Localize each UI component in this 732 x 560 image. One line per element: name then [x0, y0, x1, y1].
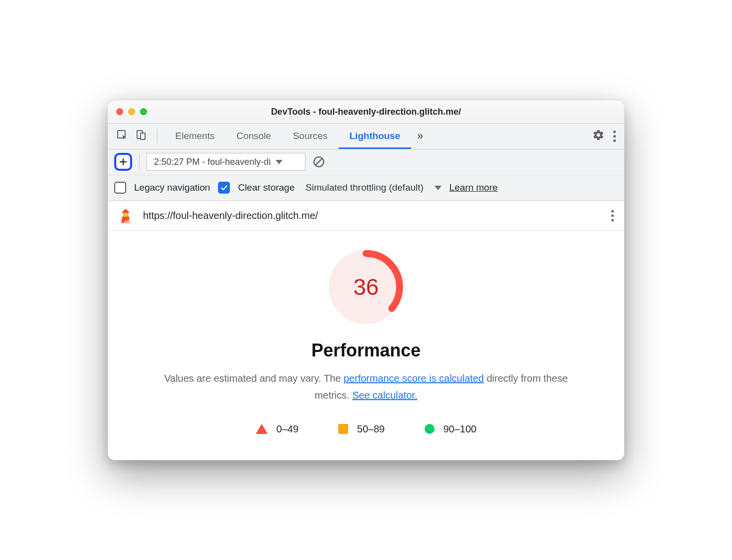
more-tabs-icon[interactable]: »	[417, 130, 423, 142]
close-window-button[interactable]	[116, 108, 123, 115]
legend-bad: 0–49	[256, 423, 299, 435]
zoom-window-button[interactable]	[140, 108, 147, 115]
svg-rect-2	[141, 133, 145, 140]
clear-report-icon[interactable]	[312, 155, 325, 168]
tab-lighthouse[interactable]: Lighthouse	[339, 124, 411, 149]
lighthouse-report: 36 Performance Values are estimated and …	[108, 231, 624, 460]
lighthouse-settings-bar: Legacy navigation Clear storage Simulate…	[108, 175, 624, 201]
title-bar: DevTools - foul-heavenly-direction.glitc…	[108, 101, 624, 124]
see-calculator-link[interactable]: See calculator.	[352, 390, 417, 401]
clear-storage-label: Clear storage	[238, 182, 294, 193]
performance-score-gauge: 36	[329, 250, 403, 324]
new-report-button[interactable]	[114, 153, 132, 171]
settings-icon[interactable]	[592, 129, 604, 143]
report-url-row: https://foul-heavenly-direction.glitch.m…	[108, 201, 624, 231]
tab-sources[interactable]: Sources	[282, 124, 339, 149]
svg-line-6	[316, 159, 322, 165]
legend-good: 90–100	[425, 423, 477, 435]
devtools-tab-bar: Elements Console Sources Lighthouse »	[108, 124, 624, 149]
score-legend: 0–49 50–89 90–100	[256, 423, 477, 435]
performance-heading: Performance	[311, 340, 421, 361]
desc-text-1: Values are estimated and may vary. The	[164, 373, 344, 384]
circle-green-icon	[425, 424, 435, 434]
devtools-window: DevTools - foul-heavenly-direction.glitc…	[108, 100, 624, 460]
performance-description: Values are estimated and may vary. The p…	[162, 370, 570, 404]
performance-score-calc-link[interactable]: performance score is calculated	[344, 373, 484, 384]
performance-score-value: 36	[353, 274, 378, 300]
svg-rect-7	[123, 213, 128, 216]
separator	[157, 129, 157, 143]
lighthouse-logo-icon	[118, 207, 133, 224]
kebab-menu-icon[interactable]	[613, 131, 616, 142]
window-title: DevTools - foul-heavenly-direction.glitc…	[108, 107, 624, 117]
legacy-navigation-label: Legacy navigation	[134, 182, 210, 193]
minimize-window-button[interactable]	[128, 108, 135, 115]
lighthouse-toolbar: 2:50:27 PM - foul-heavenly-di	[108, 149, 624, 175]
legend-bad-label: 0–49	[277, 423, 299, 435]
tab-console[interactable]: Console	[225, 124, 282, 149]
panel-tabs: Elements Console Sources Lighthouse	[164, 124, 411, 149]
throttling-chevron-icon[interactable]	[435, 186, 441, 190]
chevron-down-icon	[276, 160, 283, 164]
clear-storage-checkbox[interactable]	[218, 182, 230, 194]
legend-mid-label: 50–89	[357, 423, 385, 435]
tab-elements[interactable]: Elements	[164, 124, 225, 149]
legend-mid: 50–89	[338, 423, 385, 435]
separator	[139, 155, 140, 169]
device-toolbar-icon[interactable]	[135, 129, 147, 143]
throttling-label: Simulated throttling (default)	[305, 182, 424, 193]
square-orange-icon	[338, 424, 348, 434]
legacy-navigation-checkbox[interactable]	[114, 182, 126, 194]
triangle-red-icon	[256, 424, 268, 434]
report-menu-icon[interactable]	[611, 210, 614, 221]
report-select-text: 2:50:27 PM - foul-heavenly-di	[154, 157, 271, 167]
learn-more-link[interactable]: Learn more	[449, 182, 498, 193]
traffic-lights	[116, 108, 147, 115]
legend-good-label: 90–100	[443, 423, 477, 435]
report-url: https://foul-heavenly-direction.glitch.m…	[143, 210, 318, 221]
inspect-element-icon[interactable]	[116, 129, 128, 143]
report-select[interactable]: 2:50:27 PM - foul-heavenly-di	[146, 153, 305, 171]
